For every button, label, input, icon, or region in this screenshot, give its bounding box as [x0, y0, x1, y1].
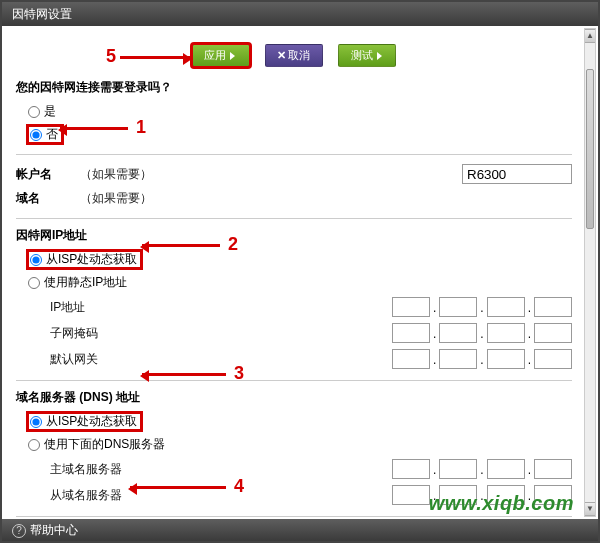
- account-name-label: 帐户名: [16, 166, 72, 183]
- scroll-down-arrow[interactable]: ▼: [585, 502, 595, 516]
- annotation-arrow-1: [60, 127, 128, 130]
- ip-dynamic-radio[interactable]: [30, 254, 42, 266]
- help-label: 帮助中心: [30, 523, 78, 537]
- subnet-mask-label: 子网掩码: [50, 325, 170, 342]
- scroll-up-arrow[interactable]: ▲: [585, 29, 595, 43]
- play-icon: [230, 52, 235, 60]
- subnet-mask-input[interactable]: ...: [392, 323, 572, 343]
- dns-dynamic-radio[interactable]: [30, 416, 42, 428]
- help-bar[interactable]: ?帮助中心: [2, 519, 598, 541]
- annotation-arrow-2: [142, 244, 220, 247]
- watermark-url: www.xiqb.com: [429, 492, 574, 515]
- ip-heading: 因特网IP地址: [16, 218, 572, 248]
- annotation-arrow-4: [130, 486, 226, 489]
- dns-secondary-label: 从域名服务器: [50, 487, 170, 504]
- test-button-label: 测试: [351, 49, 373, 61]
- login-no-label: 否: [46, 126, 58, 143]
- ip-static-label: 使用静态IP地址: [44, 274, 127, 291]
- annotation-1: 1: [136, 117, 146, 138]
- annotation-4: 4: [234, 476, 244, 497]
- dns-primary-label: 主域名服务器: [50, 461, 170, 478]
- account-name-input[interactable]: [462, 164, 572, 184]
- dns-heading: 域名服务器 (DNS) 地址: [16, 380, 572, 410]
- scroll-thumb[interactable]: [586, 69, 594, 229]
- account-name-hint: （如果需要）: [80, 166, 152, 183]
- domain-hint: （如果需要）: [80, 190, 152, 207]
- gateway-label: 默认网关: [50, 351, 170, 368]
- window-title: 因特网设置: [2, 2, 598, 26]
- annotation-arrow-5: [120, 56, 190, 59]
- ip-address-label: IP地址: [50, 299, 170, 316]
- gateway-input[interactable]: ...: [392, 349, 572, 369]
- login-yes-radio[interactable]: [28, 106, 40, 118]
- close-icon: ✕: [277, 49, 286, 62]
- annotation-5: 5: [106, 46, 116, 67]
- dns-custom-radio[interactable]: [28, 439, 40, 451]
- test-button[interactable]: 测试: [338, 44, 396, 67]
- play-icon: [377, 52, 382, 60]
- cancel-button-label: 取消: [288, 49, 310, 61]
- ip-static-radio[interactable]: [28, 277, 40, 289]
- ip-address-input[interactable]: ...: [392, 297, 572, 317]
- apply-button[interactable]: 应用: [192, 44, 250, 67]
- domain-label: 域名: [16, 190, 72, 207]
- apply-button-label: 应用: [204, 49, 226, 61]
- annotation-2: 2: [228, 234, 238, 255]
- ip-dynamic-label: 从ISP处动态获取: [46, 251, 137, 268]
- annotation-arrow-3: [142, 373, 226, 376]
- cancel-button[interactable]: ✕取消: [265, 44, 323, 67]
- login-no-radio[interactable]: [30, 129, 42, 141]
- vertical-scrollbar[interactable]: ▲ ▼: [584, 28, 596, 517]
- login-heading: 您的因特网连接需要登录吗？: [16, 75, 572, 100]
- help-icon: ?: [12, 524, 26, 538]
- dns-dynamic-label: 从ISP处动态获取: [46, 413, 137, 430]
- annotation-3: 3: [234, 363, 244, 384]
- dns-primary-input[interactable]: ...: [392, 459, 572, 479]
- dns-custom-label: 使用下面的DNS服务器: [44, 436, 165, 453]
- login-yes-label: 是: [44, 103, 56, 120]
